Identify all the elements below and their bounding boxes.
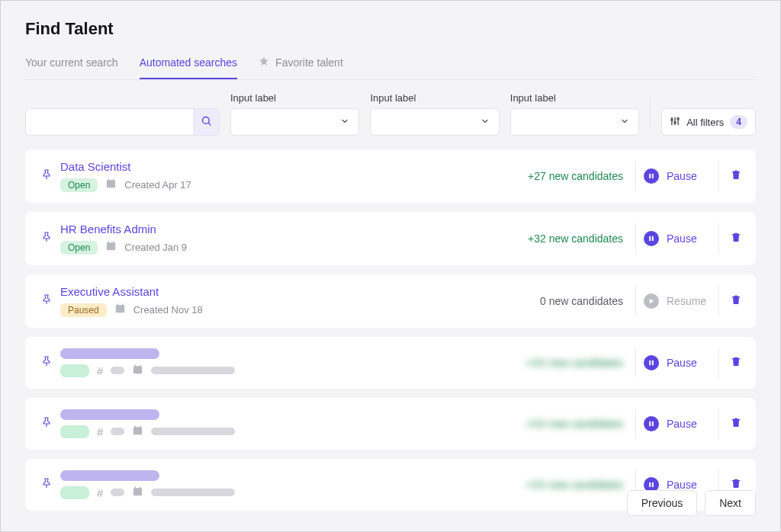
filter1-select[interactable] — [230, 108, 359, 136]
pause-icon — [644, 168, 659, 184]
tab-favorite-talent[interactable]: Favorite talent — [259, 48, 343, 79]
page-title: Find Talent — [25, 19, 756, 39]
calendar-icon — [114, 303, 126, 317]
svg-rect-31 — [652, 361, 654, 365]
calendar-icon — [105, 240, 117, 255]
svg-marker-25 — [650, 299, 654, 303]
pause-label: Pause — [667, 418, 697, 430]
skeleton-date — [151, 489, 235, 496]
search-input[interactable] — [26, 109, 193, 135]
skeleton-status — [60, 486, 89, 499]
svg-point-6 — [674, 121, 676, 123]
search-row: Executive Assistant Paused Created Nov 1… — [25, 274, 756, 328]
svg-rect-22 — [116, 305, 124, 312]
search-title-link[interactable]: Data Scientist — [60, 160, 494, 173]
search-field-wrap — [25, 108, 220, 136]
svg-rect-12 — [113, 178, 114, 181]
status-badge: Open — [60, 241, 98, 255]
pause-icon — [644, 416, 659, 431]
all-filters-label: All filters — [686, 117, 724, 128]
divider — [718, 409, 719, 439]
delete-button[interactable] — [730, 293, 742, 309]
pin-icon[interactable] — [40, 477, 53, 492]
divider — [718, 286, 719, 316]
pause-label: Pause — [667, 232, 697, 245]
svg-rect-29 — [140, 364, 140, 367]
tab-current-search[interactable]: Your current search — [25, 49, 118, 79]
calendar-icon — [132, 486, 143, 500]
skeleton-date — [151, 367, 235, 374]
search-title-link[interactable]: Executive Assistant — [60, 285, 494, 298]
new-candidates-count[interactable]: 0 new candidates — [494, 295, 628, 307]
pause-button[interactable]: Pause — [644, 416, 711, 431]
svg-rect-19 — [649, 236, 651, 241]
calendar-icon — [105, 178, 117, 192]
skeleton-dot — [111, 367, 124, 374]
delete-button[interactable] — [730, 168, 742, 184]
pin-icon[interactable] — [40, 231, 53, 246]
tab-favorite-label: Favorite talent — [275, 56, 343, 69]
status-badge: Paused — [60, 303, 107, 317]
divider — [635, 348, 636, 378]
search-row: HR Benefits Admin Open Created Jan 9 +32… — [25, 212, 756, 265]
divider — [635, 161, 636, 191]
pin-icon[interactable] — [40, 168, 53, 184]
search-icon — [201, 115, 212, 130]
pause-button[interactable]: Pause — [644, 168, 711, 184]
filter3-select[interactable] — [510, 108, 639, 136]
search-row-skeleton: # +XX new candidates Pause — [25, 337, 756, 389]
tabs-bar: Your current search Automated searches F… — [25, 48, 756, 80]
skeleton-dot — [111, 428, 124, 435]
pin-icon[interactable] — [40, 355, 53, 370]
divider — [635, 409, 636, 439]
pin-icon[interactable] — [40, 416, 53, 431]
divider — [635, 223, 636, 254]
star-icon — [259, 56, 269, 69]
svg-rect-23 — [117, 303, 117, 306]
svg-rect-35 — [140, 425, 140, 428]
previous-button[interactable]: Previous — [627, 490, 697, 516]
delete-button[interactable] — [730, 355, 742, 370]
filters-row: Input label Input label Input label All … — [25, 92, 756, 136]
divider — [718, 161, 719, 191]
created-date: Created Jan 9 — [124, 242, 187, 253]
tab-automated-searches[interactable]: Automated searches — [140, 49, 237, 79]
pin-icon[interactable] — [40, 293, 53, 309]
chevron-down-icon — [340, 115, 349, 129]
svg-point-5 — [671, 119, 673, 120]
filter2-label: Input label — [370, 92, 499, 104]
delete-button[interactable] — [730, 416, 742, 431]
skeleton-title — [60, 470, 159, 481]
search-button[interactable] — [193, 109, 219, 135]
skeleton-status — [60, 425, 89, 438]
calendar-icon — [132, 425, 143, 439]
divider — [718, 348, 719, 378]
skeleton-status — [60, 364, 89, 377]
search-row-skeleton: # +XX new candidates Pause — [25, 398, 756, 450]
pause-label: Pause — [667, 170, 697, 182]
all-filters-count: 4 — [730, 115, 747, 129]
svg-rect-40 — [135, 486, 136, 489]
delete-button[interactable] — [730, 231, 742, 246]
search-title-link[interactable]: HR Benefits Admin — [60, 223, 494, 236]
svg-rect-13 — [649, 174, 651, 178]
svg-point-7 — [677, 117, 679, 119]
pause-label: Pause — [667, 479, 697, 491]
next-button[interactable]: Next — [705, 490, 756, 516]
new-candidates-count[interactable]: +32 new candidates — [494, 232, 628, 245]
hash-icon: # — [97, 425, 103, 438]
resume-button[interactable]: Resume — [644, 293, 711, 309]
play-icon — [644, 293, 659, 309]
pause-icon — [644, 231, 659, 246]
pause-button[interactable]: Pause — [644, 231, 711, 246]
svg-rect-24 — [122, 303, 123, 306]
skeleton-date — [151, 428, 235, 435]
filter2-select[interactable] — [370, 108, 499, 136]
hash-icon: # — [97, 364, 103, 377]
divider — [718, 223, 719, 254]
new-candidates-count: +XX new candidates — [494, 418, 628, 430]
new-candidates-count[interactable]: +27 new candidates — [494, 170, 628, 182]
svg-rect-20 — [652, 236, 654, 241]
pause-button[interactable]: Pause — [644, 355, 711, 370]
all-filters-button[interactable]: All filters 4 — [661, 108, 756, 136]
